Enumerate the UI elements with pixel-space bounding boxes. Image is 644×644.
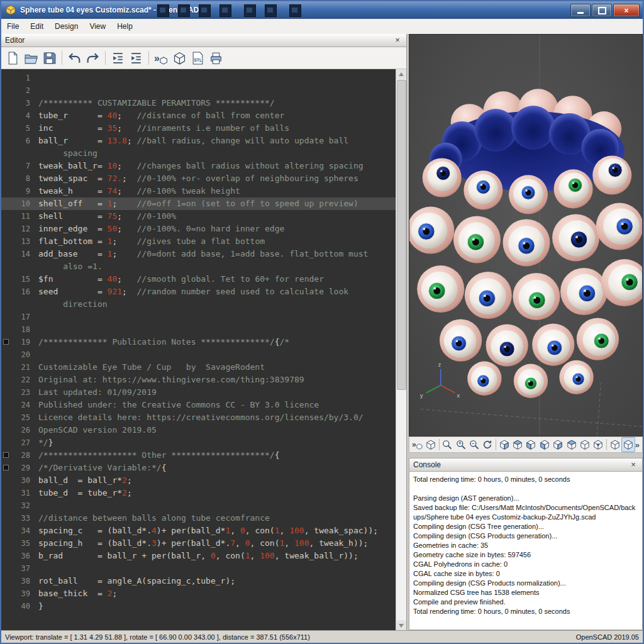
code-token: ;: [117, 161, 122, 170]
code-line-2[interactable]: 2: [1, 84, 396, 97]
menu-help[interactable]: Help: [111, 19, 138, 34]
menu-edit[interactable]: Edit: [25, 19, 49, 34]
editor-panel-close-icon[interactable]: ×: [392, 36, 402, 45]
code-line-19[interactable]: 19/************* Publication Notes *****…: [1, 336, 396, 348]
code-line-22[interactable]: 22Original at: https://www.thingiverse.c…: [1, 374, 396, 386]
code-line-12[interactable]: 12inner_edge = 50; //0-100%. 0=no hard i…: [1, 223, 396, 235]
code-token: tweak_spac =: [38, 174, 108, 183]
code-line-37[interactable]: 37: [1, 562, 396, 575]
render-button[interactable]: [424, 437, 437, 452]
console-panel-close-icon[interactable]: ×: [628, 460, 638, 469]
code-editor[interactable]: 123/********** CUSTAMIZABLE PERAMITORS *…: [1, 69, 406, 630]
fold-marker-icon[interactable]: [3, 465, 9, 470]
view-left-icon: [539, 439, 550, 450]
code-line-7[interactable]: 7tweak_ball_r= 10; //changes ball radius…: [1, 160, 396, 172]
3d-viewport[interactable]: zxy: [409, 34, 643, 436]
zoom-in-button[interactable]: +: [454, 437, 467, 452]
code-line-30[interactable]: 30ball_d = ball_r*2;: [1, 474, 396, 487]
view-right-icon: [499, 439, 510, 450]
view-center-button[interactable]: [592, 437, 605, 452]
send-to-printer-button[interactable]: [207, 49, 225, 67]
view-diagonal-button[interactable]: [578, 437, 591, 452]
undo-button[interactable]: [65, 49, 84, 67]
code-line-1[interactable]: 1: [1, 72, 396, 84]
menu-view[interactable]: View: [84, 19, 111, 34]
view-bottom-button[interactable]: [525, 437, 538, 452]
save-button[interactable]: [40, 49, 58, 67]
editor-scrollbar[interactable]: [396, 69, 406, 630]
code-line-16[interactable]: 16seed = 921; //random number seed used …: [1, 286, 396, 311]
code-line-26[interactable]: 26OpenSCAD version 2019.05: [1, 424, 396, 436]
code-line-34[interactable]: 34spacing_c = (ball_d*.4)+ per(ball_d*1,…: [1, 525, 396, 537]
perspective-button[interactable]: [608, 437, 621, 452]
code-line-32[interactable]: 32: [1, 499, 396, 512]
code-line-15[interactable]: 15$fn = 40; //smooth global. Tet to 60+ …: [1, 273, 396, 286]
code-line-39[interactable]: 39base_thick = 2;: [1, 587, 396, 600]
code-line-20[interactable]: 20: [1, 348, 396, 361]
view-left-button[interactable]: [538, 437, 551, 452]
code-line-31[interactable]: 31tube_d = tube_r*2;: [1, 487, 396, 499]
code-line-27[interactable]: 27*/}: [1, 436, 396, 449]
line-number: 27: [1, 436, 38, 449]
code-token: ;: [122, 287, 127, 296]
view-back-button[interactable]: [565, 437, 578, 452]
orthogonal-icon: [623, 439, 634, 450]
close-button[interactable]: ×: [613, 4, 640, 17]
code-line-40[interactable]: 40}: [1, 600, 396, 613]
zoom-out-button[interactable]: −: [467, 437, 480, 452]
fold-marker-icon[interactable]: [3, 452, 9, 458]
render-button[interactable]: [170, 49, 189, 67]
line-number: 23: [1, 386, 38, 399]
preview-button[interactable]: »: [411, 437, 424, 452]
preview-button[interactable]: »: [152, 49, 170, 67]
unindent-button[interactable]: [109, 49, 127, 67]
export-stl-button[interactable]: STL: [189, 49, 207, 67]
view-front-button[interactable]: [552, 437, 565, 452]
code-line-4[interactable]: 4tube_r = 40; //distance of ball from ce…: [1, 109, 396, 122]
code-text: [38, 323, 396, 336]
code-line-9[interactable]: 9tweak_h = 74; //0-100% tweak height: [1, 185, 396, 197]
view-all-button[interactable]: [441, 437, 454, 452]
orthogonal-button[interactable]: [621, 437, 635, 452]
code-line-6[interactable]: 6ball_r = 13.8; //ball radius, change wi…: [1, 135, 396, 160]
code-line-13[interactable]: 13flat_bottom = 1; //gives tube a flat b…: [1, 235, 396, 248]
line-number: 26: [1, 424, 38, 436]
code-line-24[interactable]: 24Published under: the Creative Commons …: [1, 399, 396, 411]
code-line-25[interactable]: 25Licence details here: https://creative…: [1, 411, 396, 424]
fold-marker-icon[interactable]: [3, 339, 9, 345]
new-file-button[interactable]: [4, 49, 22, 67]
titlebar[interactable]: Sphere tube 04 eyes Customiz.scad* - Ope…: [1, 1, 643, 19]
code-line-21[interactable]: 21Customizable Eye Tube / Cup by SavageR…: [1, 361, 396, 374]
code-line-17[interactable]: 17: [1, 311, 396, 323]
code-line-14[interactable]: 14add_base = 1; //0=dont add base, 1=add…: [1, 248, 396, 273]
view-right-button[interactable]: [497, 437, 511, 452]
maximize-button[interactable]: [592, 4, 612, 17]
open-button[interactable]: [22, 49, 40, 67]
code-token: 2: [122, 475, 127, 485]
scrollbar-thumb[interactable]: [397, 80, 406, 390]
view-top-button[interactable]: [511, 437, 524, 452]
code-line-29[interactable]: 29/*/Derivative Variable:*/{: [1, 462, 396, 474]
code-line-23[interactable]: 23Last updated: 01/09/2019: [1, 386, 396, 399]
redo-button[interactable]: [84, 49, 102, 67]
indent-button[interactable]: [127, 49, 145, 67]
code-line-33[interactable]: 33//distance between balls along tube ce…: [1, 512, 396, 525]
code-line-38[interactable]: 38rot_ball = angle_A(spacing_c,tube_r);: [1, 575, 396, 587]
code-line-11[interactable]: 11shell = 75; //0-100%: [1, 210, 396, 223]
code-line-28[interactable]: 28/******************* Other ***********…: [1, 449, 396, 462]
minimize-button[interactable]: [570, 4, 591, 17]
code-line-35[interactable]: 35spacing_h = (ball_d*.3)+ per(ball_d*.7…: [1, 537, 396, 550]
scroll-down-icon[interactable]: [396, 620, 406, 630]
menu-file[interactable]: File: [1, 19, 25, 34]
code-line-3[interactable]: 3/********** CUSTAMIZABLE PERAMITORS ***…: [1, 97, 396, 109]
code-line-18[interactable]: 18: [1, 323, 396, 336]
scroll-up-icon[interactable]: [396, 69, 406, 79]
code-line-5[interactable]: 5inc = 35; //inraments i.e number of bal…: [1, 122, 396, 135]
toolbar-overflow-icon[interactable]: »: [635, 440, 641, 450]
console-output[interactable]: Total rendering time: 0 hours, 0 minutes…: [409, 472, 642, 630]
menu-design[interactable]: Design: [49, 19, 84, 34]
reset-view-button[interactable]: [481, 437, 494, 452]
code-line-10[interactable]: 10shell_off = 1; //0=off 1=on (set to of…: [1, 197, 396, 210]
code-line-8[interactable]: 8tweak_spac = 72.; //0-100% +or- overlap…: [1, 172, 396, 185]
code-line-36[interactable]: 36b_rad = ball_r + per(ball_r, 0, con(1,…: [1, 550, 396, 562]
